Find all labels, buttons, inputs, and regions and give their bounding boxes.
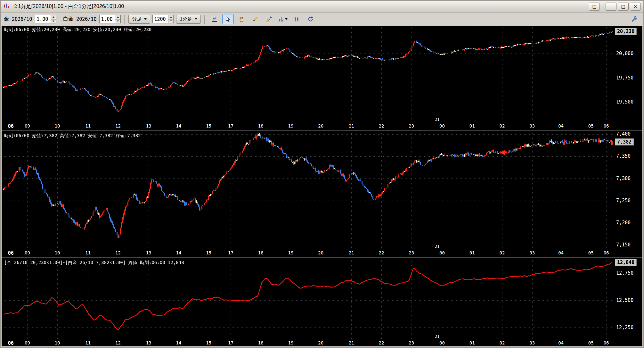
platinum-symbol-label: 白金 xyxy=(63,16,73,22)
float-window-button[interactable]: □ xyxy=(589,3,600,11)
time-tick-label: 20 xyxy=(318,340,323,345)
time-tick-label: 12 xyxy=(115,340,121,345)
time-tick-label: 01 xyxy=(469,123,475,128)
platinum-time-axis[interactable]: 0609101112131415171819202122230001020304… xyxy=(2,249,614,256)
time-tick-label: 12 xyxy=(115,250,121,255)
time-tick-label: 10 xyxy=(55,340,60,345)
time-tick-label: 15 xyxy=(206,123,211,128)
spread-chart-canvas[interactable] xyxy=(2,259,614,339)
chart-type-dropdown-button[interactable] xyxy=(277,14,289,24)
gold-price-axis[interactable]: 20,230 20,00019,75019,500 xyxy=(614,26,642,122)
gold-ohlc-readout: 時刻:06:00 始値:20,230 高値:20,230 安値:20,230 終… xyxy=(4,27,151,33)
select-tool-button[interactable] xyxy=(222,14,234,24)
spinner-up-button[interactable] xyxy=(115,15,120,19)
window-title: 金1分足[2026/10]1.00 - 白金1分足[2026/10]1.00 xyxy=(13,3,124,10)
platinum-panel: 時刻:06:00 始値:7,382 高値:7,382 安値:7,382 終値:7… xyxy=(2,132,642,256)
period-type-dropdown[interactable]: 分足 xyxy=(128,15,150,24)
pencil-tool-button[interactable] xyxy=(250,14,261,24)
time-tick-label: 23 xyxy=(409,250,414,255)
settings-button[interactable] xyxy=(629,14,640,24)
panel-splitter[interactable] xyxy=(2,129,642,132)
price-tick-label: 12,500 xyxy=(616,297,633,303)
price-tick-label: 12,750 xyxy=(616,270,633,276)
time-tick-label: 15 xyxy=(206,250,211,255)
time-tick-label: 17 xyxy=(228,123,233,128)
platinum-multiplier-spinner xyxy=(99,15,121,23)
spread-panel: [金 26/10 20,230×1.00]-[白金 26/10 7,382×1.… xyxy=(2,259,642,346)
date-change-label: 31 xyxy=(435,334,440,339)
candlestick-compare-icon xyxy=(294,16,300,22)
hand-icon xyxy=(239,16,245,22)
spinner-down-button[interactable] xyxy=(168,19,174,23)
close-button[interactable]: × xyxy=(630,3,641,11)
title-bar[interactable]: 金1分足[2026/10]1.00 - 白金1分足[2026/10]1.00 □… xyxy=(1,1,643,12)
spinner-down-button[interactable] xyxy=(115,19,120,23)
time-tick-label: 05 xyxy=(588,123,594,128)
chart-cursor-tool-button[interactable] xyxy=(208,14,220,24)
platinum-price-axis[interactable]: 7,382 7,4007,3507,3007,2507,2007,150 xyxy=(614,132,642,249)
date-change-label: 31 xyxy=(435,244,440,249)
gold-contract-month[interactable]: 2026/10 xyxy=(11,16,33,22)
platinum-multiplier-input[interactable] xyxy=(100,15,115,23)
axis-corner xyxy=(614,339,642,346)
time-tick-label: 22 xyxy=(379,250,384,255)
platinum-chart-canvas[interactable] xyxy=(2,132,614,249)
compare-charts-button[interactable] xyxy=(291,14,303,24)
price-tick-label: 20,000 xyxy=(616,51,633,56)
time-tick-label: 20 xyxy=(318,123,323,128)
price-tick-label: 19,500 xyxy=(616,99,633,105)
app-candlestick-icon xyxy=(3,4,10,9)
time-tick-label: 12 xyxy=(115,123,121,128)
draw-marks-tool-button[interactable] xyxy=(264,14,275,24)
gold-symbol-label: 金 xyxy=(4,16,9,22)
toolbar-separator xyxy=(124,15,125,24)
gold-time-axis[interactable]: 0609101112131415171819202122230001020304… xyxy=(2,122,614,129)
time-tick-label: 23 xyxy=(409,123,414,128)
spread-price-axis[interactable]: 12,848 12,75012,50012,250 xyxy=(614,259,642,339)
time-tick-label: 06 xyxy=(604,340,609,345)
toolbar: 金 2026/10 白金 2026/10 分足 xyxy=(1,12,643,26)
gold-multiplier-spinner xyxy=(35,15,56,23)
time-tick-label: 00 xyxy=(439,340,445,345)
time-tick-label: 02 xyxy=(499,123,505,128)
time-tick-label: 13 xyxy=(146,250,151,255)
axis-corner xyxy=(614,249,642,256)
gold-chart-canvas[interactable] xyxy=(2,26,614,122)
time-tick-label: 21 xyxy=(349,340,354,345)
time-tick-label: 22 xyxy=(379,340,384,345)
chevron-down-icon xyxy=(53,21,54,22)
axis-corner xyxy=(614,122,642,129)
spinner-up-button[interactable] xyxy=(168,15,174,19)
price-tick-label: 7,200 xyxy=(616,220,631,226)
spinner-up-button[interactable] xyxy=(51,15,56,19)
spread-time-axis[interactable]: 0609101112131415171819202122230001020304… xyxy=(2,339,614,346)
time-tick-label: 20 xyxy=(318,250,323,255)
chevron-down-icon xyxy=(285,18,288,20)
time-tick-label: 14 xyxy=(176,123,181,128)
refresh-button[interactable] xyxy=(305,14,316,24)
toolbar-separator xyxy=(204,15,205,24)
platinum-contract-month[interactable]: 2026/10 xyxy=(76,16,97,22)
time-tick-label: 18 xyxy=(258,250,264,255)
time-tick-label: 00 xyxy=(439,123,445,128)
time-tick-label: 11 xyxy=(85,340,91,345)
bar-count-input[interactable] xyxy=(153,15,168,23)
time-tick-label: 06 xyxy=(604,123,609,128)
timeframe-dropdown[interactable]: 1分足 xyxy=(176,15,200,24)
time-tick-label: 03 xyxy=(529,250,535,255)
time-tick-label: 09 xyxy=(25,340,30,345)
pan-tool-button[interactable] xyxy=(236,14,248,24)
time-tick-label: 14 xyxy=(176,250,181,255)
time-tick-label: 19 xyxy=(288,340,293,345)
refresh-icon xyxy=(307,16,314,22)
panel-splitter[interactable] xyxy=(2,256,642,259)
spread-last-price-badge: 12,848 xyxy=(615,259,637,266)
pencil-icon xyxy=(252,16,258,22)
time-tick-label: 06 xyxy=(604,250,609,255)
maximize-button[interactable]: □ xyxy=(618,3,629,11)
time-tick-label: 06 xyxy=(8,123,14,129)
spinner-down-button[interactable] xyxy=(51,19,56,23)
chevron-up-icon xyxy=(53,16,54,18)
gold-multiplier-input[interactable] xyxy=(35,15,51,23)
minimize-button[interactable]: _ xyxy=(606,3,616,11)
